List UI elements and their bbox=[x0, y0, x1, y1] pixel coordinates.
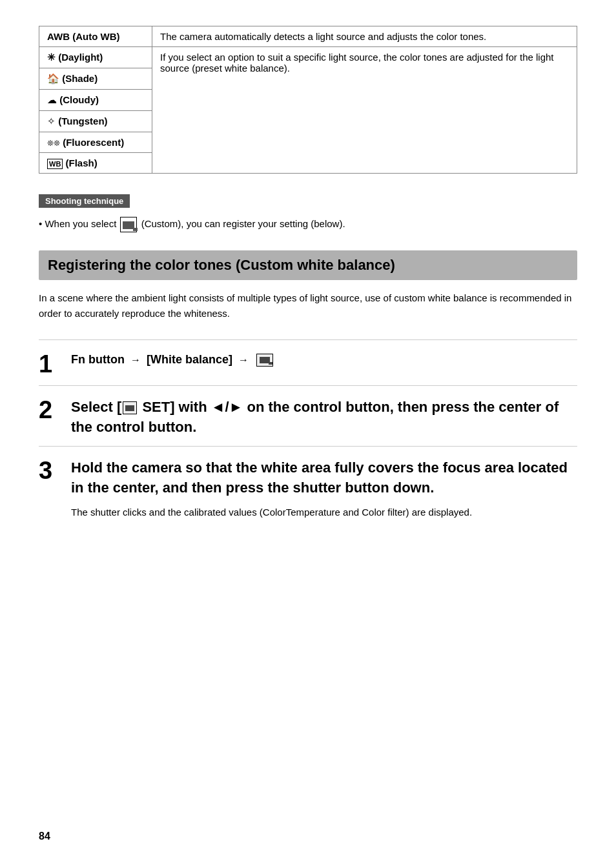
daylight-icon: ✳ bbox=[47, 52, 56, 63]
shooting-technique-badge: Shooting technique bbox=[39, 194, 130, 208]
intro-text: In a scene where the ambient light consi… bbox=[39, 290, 577, 321]
table-cell-label: ❊❊ (Fluorescent) bbox=[39, 132, 152, 153]
step-2-label: Select [ SET] with ◄/► on the control bu… bbox=[71, 399, 559, 435]
table-cell-label: ✳ (Daylight) bbox=[39, 47, 152, 68]
shooting-technique-section: Shooting technique bbox=[39, 194, 577, 217]
step-1: 1 Fn button → [White balance] → bbox=[39, 339, 577, 385]
table-cell-label: ✧ (Tungsten) bbox=[39, 111, 152, 132]
table-cell-label: 🏠 (Shade) bbox=[39, 68, 152, 90]
custom-wb-icon bbox=[120, 217, 137, 232]
step-1-label: Fn button → [White balance] → bbox=[71, 353, 275, 366]
tungsten-icon: ✧ bbox=[47, 116, 56, 126]
table-cell-label: ☁ (Cloudy) bbox=[39, 90, 152, 111]
custom-wb-step1-icon bbox=[256, 354, 273, 367]
shade-icon: 🏠 bbox=[47, 73, 59, 84]
step-3: 3 Hold the camera so that the white area… bbox=[39, 446, 577, 529]
step-number-1: 1 bbox=[39, 352, 52, 376]
step-3-label: Hold the camera so that the white area f… bbox=[71, 459, 568, 496]
wb-table: AWB (Auto WB) The camera automatically d… bbox=[39, 26, 577, 174]
custom-wb-step2-icon bbox=[123, 401, 137, 414]
step-number-3: 3 bbox=[39, 458, 52, 483]
section-header: Registering the color tones (Custom whit… bbox=[39, 250, 577, 280]
step-2: 2 Select [ SET] with ◄/► on the control … bbox=[39, 385, 577, 447]
table-cell-desc: The camera automatically detects a light… bbox=[152, 26, 577, 47]
table-cell-label: AWB (Auto WB) bbox=[39, 26, 152, 47]
table-row: AWB (Auto WB) The camera automatically d… bbox=[39, 26, 577, 47]
step-number-2: 2 bbox=[39, 398, 52, 422]
page-number: 84 bbox=[39, 831, 50, 842]
table-cell-label: WB (Flash) bbox=[39, 153, 152, 174]
table-cell-desc: If you select an option to suit a specif… bbox=[152, 47, 577, 174]
bullet-item: • When you select (Custom), you can regi… bbox=[39, 217, 577, 232]
step-3-body: The shutter clicks and the calibrated va… bbox=[71, 505, 577, 520]
table-row: ✳ (Daylight) If you select an option to … bbox=[39, 47, 577, 68]
cloudy-icon: ☁ bbox=[47, 94, 57, 105]
fluorescent-icon: ❊❊ bbox=[47, 139, 60, 148]
flash-icon: WB bbox=[47, 159, 63, 169]
